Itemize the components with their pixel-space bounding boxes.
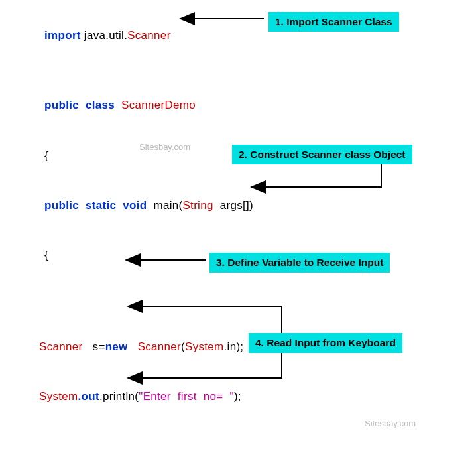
keyword-public: public — [44, 99, 79, 111]
text-main: main( — [147, 199, 182, 212]
callout-4: 4. Read Input from Keyboard — [249, 333, 402, 353]
keyword-static: static — [79, 199, 116, 212]
keyword-public2: public — [44, 199, 79, 212]
text-pkg: java.util. — [81, 29, 127, 42]
watermark-top: Sitesbay.com — [139, 141, 190, 153]
code-line-classdecl: public class ScannerDemo — [31, 82, 463, 129]
type-string: String — [182, 199, 213, 212]
code-line-prompt1: System.out.println("Enter first no= "); — [26, 373, 463, 420]
code-diagram: import java.util.Scanner public class Sc… — [13, 12, 463, 453]
callout-2: 2. Construct Scanner class Object — [232, 145, 412, 164]
keyword-import: import — [44, 29, 81, 42]
callout-1: 1. Import Scanner Class — [268, 12, 399, 32]
string-literal-1: "Enter first no= " — [139, 390, 234, 403]
class-scanner: Scanner — [127, 29, 170, 42]
ctor-scanner: Scanner — [128, 340, 182, 353]
keyword-void: void — [116, 199, 147, 212]
type-scanner2: Scanner — [39, 340, 82, 353]
keyword-new: new — [105, 340, 128, 353]
classname: ScannerDemo — [115, 99, 196, 111]
system-ref: System — [185, 340, 223, 353]
keyword-class: class — [79, 99, 115, 111]
code-line-main: public static void main(String args[]) — [31, 182, 463, 229]
watermark-bottom: Sitesbay.com — [365, 418, 416, 430]
text-args: args[]) — [213, 199, 253, 212]
callout-3: 3. Define Variable to Receive Input — [209, 253, 390, 273]
